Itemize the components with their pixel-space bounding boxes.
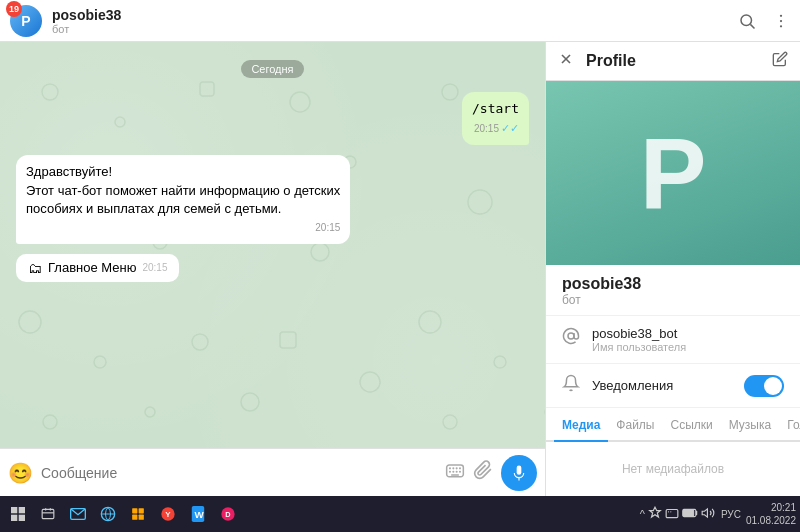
svg-line-1 [750, 24, 754, 28]
svg-marker-45 [702, 508, 707, 516]
tray-icon-battery [682, 507, 698, 521]
bot-name: posobie38 [52, 7, 121, 23]
bell-icon [562, 374, 580, 397]
svg-point-2 [780, 14, 782, 16]
notifications-row: Уведомления [546, 364, 800, 408]
profile-name-block: posobie38 бот [546, 265, 800, 316]
username-value: posobie38_bot [592, 326, 686, 341]
start-button[interactable] [4, 500, 32, 528]
svg-point-0 [741, 15, 752, 26]
profile-panel: Profile P posobie38 бот posobie38_bot Им… [545, 42, 800, 496]
tray-icon-1 [648, 506, 662, 523]
svg-text:W: W [194, 509, 204, 520]
svg-text:Y: Y [165, 510, 171, 519]
svg-rect-33 [139, 515, 144, 520]
attach-icon[interactable] [473, 460, 493, 485]
message-time: 20:15 ✓✓ [472, 121, 519, 137]
cover-letter: P [640, 123, 707, 223]
taskbar-time: 20:21 01.08.2022 [746, 501, 796, 527]
message-time: 20:15 [142, 262, 167, 273]
message-row: /start 20:15 ✓✓ [16, 92, 529, 145]
tab-links[interactable]: Ссылки [662, 408, 720, 440]
clock: 20:21 [771, 501, 796, 514]
svg-rect-30 [132, 508, 137, 513]
avatar[interactable]: 19 P [10, 5, 42, 37]
task-icon-mail[interactable] [64, 500, 92, 528]
svg-rect-20 [11, 507, 17, 513]
username-label: Имя пользователя [592, 341, 686, 353]
bot-info: posobie38 бот [52, 7, 121, 35]
tray-icon-speaker [701, 506, 715, 523]
svg-rect-44 [683, 510, 693, 516]
tab-media[interactable]: Медиа [554, 408, 608, 442]
username-info: posobie38_bot Имя пользователя [592, 326, 686, 353]
no-media-text: Нет медиафайлов [546, 442, 800, 496]
chat-messages[interactable]: Сегодня /start 20:15 ✓✓ Здравствуйте!Это… [0, 42, 545, 448]
message-input[interactable] [41, 465, 437, 481]
avatar-letter: P [21, 13, 30, 29]
search-icon[interactable] [738, 12, 756, 30]
sent-bubble: /start 20:15 ✓✓ [462, 92, 529, 145]
message-text: /start [472, 101, 519, 116]
svg-rect-31 [139, 508, 144, 513]
task-icon-3[interactable] [124, 500, 152, 528]
top-bar-left: 19 P posobie38 бот [10, 5, 738, 37]
task-icon-edge[interactable] [94, 500, 122, 528]
svg-rect-23 [19, 515, 25, 521]
close-button[interactable] [558, 51, 574, 71]
emoji-icon[interactable]: 😊 [8, 461, 33, 485]
notifications-label: Уведомления [592, 378, 732, 393]
tab-files[interactable]: Файлы [608, 408, 662, 440]
task-icon-word[interactable]: W [184, 500, 212, 528]
tab-voice[interactable]: Голосо... [779, 408, 800, 440]
message-row: Здравствуйте!Этот чат-бот поможет найти … [16, 155, 529, 244]
language-indicator[interactable]: РУС [718, 509, 744, 520]
profile-cover: P [546, 81, 800, 265]
menu-icon: 🗂 [28, 260, 42, 276]
profile-title: Profile [586, 52, 760, 70]
profile-name: posobie38 [562, 275, 784, 293]
tray-icons: ^ РУС [640, 506, 744, 523]
svg-point-4 [780, 25, 782, 27]
notifications-toggle[interactable] [744, 375, 784, 397]
mic-button[interactable] [501, 455, 537, 491]
date-label: Сегодня [241, 60, 303, 78]
svg-rect-22 [11, 515, 17, 521]
svg-rect-24 [42, 509, 54, 518]
profile-header: Profile [546, 42, 800, 81]
date: 01.08.2022 [746, 514, 796, 527]
keyboard-icon[interactable] [445, 460, 465, 485]
message-row: 🗂 Главное Меню 20:15 [16, 254, 529, 282]
edit-button[interactable] [772, 51, 788, 71]
at-icon [562, 327, 580, 350]
menu-bubble[interactable]: 🗂 Главное Меню 20:15 [16, 254, 179, 282]
task-icon-1[interactable] [34, 500, 62, 528]
chat-area: Сегодня /start 20:15 ✓✓ Здравствуйте!Это… [0, 42, 545, 496]
menu-label: Главное Меню [48, 260, 136, 275]
tab-music[interactable]: Музыка [721, 408, 779, 440]
date-divider: Сегодня [16, 60, 529, 78]
svg-text:D: D [225, 510, 230, 519]
username-row: posobie38_bot Имя пользователя [546, 316, 800, 364]
media-tabs: Медиа Файлы Ссылки Музыка Голосо... [546, 408, 800, 442]
top-bar-right [738, 12, 790, 30]
top-bar: 19 P posobie38 бот [0, 0, 800, 42]
taskbar: Y W D ^ РУС 20:21 01.08.2022 [0, 496, 800, 532]
task-icon-4[interactable]: Y [154, 500, 182, 528]
task-icon-5[interactable]: D [214, 500, 242, 528]
svg-rect-21 [19, 507, 25, 513]
svg-rect-40 [666, 509, 678, 517]
received-bubble: Здравствуйте!Этот чат-бот поможет найти … [16, 155, 350, 244]
svg-rect-15 [517, 465, 522, 474]
message-text: Здравствуйте!Этот чат-бот поможет найти … [26, 164, 340, 217]
bot-sub: бот [52, 23, 121, 35]
more-menu-icon[interactable] [772, 12, 790, 30]
toggle-knob [764, 377, 782, 395]
tray-icon-2 [665, 506, 679, 523]
input-bar: 😊 [0, 448, 545, 496]
unread-badge: 19 [6, 1, 22, 17]
profile-type: бот [562, 293, 784, 307]
svg-rect-32 [132, 515, 137, 520]
message-time: 20:15 [26, 221, 340, 236]
tray-arrow[interactable]: ^ [640, 508, 645, 520]
